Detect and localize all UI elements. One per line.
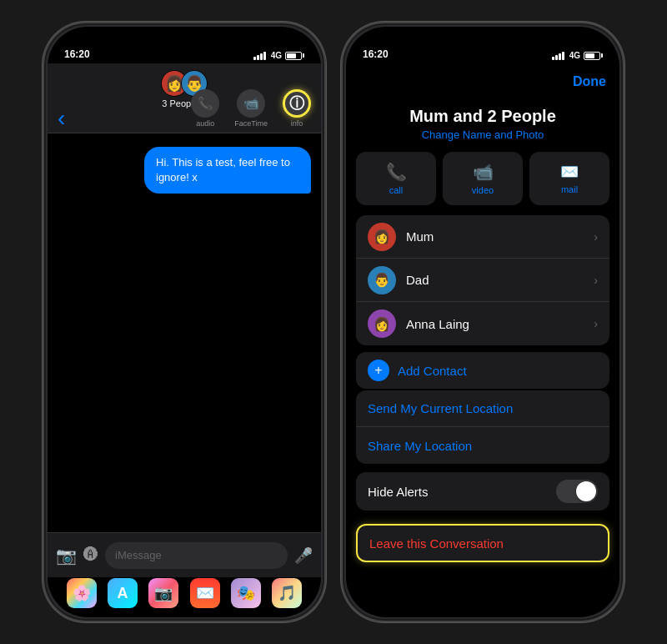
facetime-icon: 📹 — [237, 89, 265, 118]
share-location-button[interactable]: Share My Location — [356, 427, 609, 464]
leave-label: Leave this Conversation — [369, 536, 504, 551]
action-icons: 📞 audio 📹 FaceTime ⓘ info — [191, 89, 311, 128]
status-icons-2: 4G — [552, 51, 603, 60]
apps-icon[interactable]: 🅐 — [83, 546, 98, 564]
mail-label: mail — [561, 184, 578, 194]
back-button[interactable]: ‹ — [58, 105, 65, 132]
contact-name-anna: Anna Laing — [406, 317, 584, 331]
info-nav: Done — [346, 63, 619, 100]
battery-icon-1 — [285, 52, 304, 60]
avatar-anna: 👩 — [368, 309, 396, 338]
share-location-label: Share My Location — [368, 439, 472, 453]
contact-name-dad: Dad — [406, 273, 584, 287]
music-app[interactable]: 🎵 — [272, 578, 302, 608]
send-location-label: Send My Current Location — [368, 401, 513, 415]
message-bubble: Hi. This is a test, feel free to ignore!… — [144, 147, 311, 194]
chat-area: Hi. This is a test, feel free to ignore!… — [48, 133, 321, 526]
contact-anna[interactable]: 👩 Anna Laing › — [356, 302, 609, 345]
call-icon: 📞 — [386, 162, 407, 182]
audio-icon: 📞 — [191, 89, 219, 118]
leave-conversation-button[interactable]: Leave this Conversation — [356, 524, 609, 562]
notch-2 — [429, 27, 537, 50]
avatar-dad: 👨 — [368, 266, 396, 294]
signal-icon-1 — [253, 52, 266, 60]
contact-dad[interactable]: 👨 Dad › — [356, 259, 609, 302]
photos-app[interactable]: 🌸 — [67, 578, 97, 608]
avatar-mum: 👩 — [368, 223, 396, 251]
signal-icon-2 — [552, 52, 564, 60]
phone-1: 16:20 4G ‹ — [43, 22, 326, 622]
camera-icon[interactable]: 📷 — [56, 546, 77, 566]
input-bar: 📷 🅐 iMessage 🎤 — [48, 532, 321, 577]
time-1: 16:20 — [64, 48, 90, 60]
status-icons-1: 4G — [253, 51, 304, 60]
animoji-app[interactable]: 🎭 — [231, 578, 261, 608]
facetime-button[interactable]: 📹 FaceTime — [234, 89, 268, 128]
location-section: Send My Current Location Share My Locati… — [356, 390, 609, 464]
phone-2: 16:20 4G Done — [341, 22, 624, 622]
send-location-button[interactable]: Send My Current Location — [356, 390, 609, 427]
done-button[interactable]: Done — [573, 74, 606, 89]
chevron-right-icon-2: › — [594, 274, 598, 287]
appstore-app[interactable]: A — [108, 578, 138, 608]
info-icon: ⓘ — [283, 89, 311, 118]
add-contact-label: Add Contact — [398, 364, 467, 378]
video-button[interactable]: 📹 video — [443, 152, 523, 205]
call-label: call — [389, 185, 404, 195]
leave-section: Leave this Conversation — [356, 524, 609, 562]
hide-alerts-row: Hide Alerts — [356, 472, 609, 511]
audio-button[interactable]: 📞 audio — [191, 89, 219, 128]
app-dock: 🌸 A 📷 ✉️ 🎭 🎵 — [48, 574, 321, 612]
mail-button[interactable]: ✉️ mail — [529, 152, 609, 205]
add-contact-row[interactable]: + Add Contact — [356, 352, 609, 389]
message-input[interactable]: iMessage — [105, 542, 288, 569]
toggle-knob — [576, 481, 596, 501]
conversation-header: Mum and 2 People Change Name and Photo — [346, 100, 619, 148]
action-buttons-row: 📞 call 📹 video ✉️ mail — [356, 152, 609, 205]
hide-alerts-label: Hide Alerts — [368, 485, 429, 499]
call-button[interactable]: 📞 call — [356, 152, 436, 205]
messages-nav: ‹ 👩 👨 3 People ⌄ 📞 audio — [48, 63, 321, 133]
video-label: video — [472, 185, 494, 195]
change-name-photo[interactable]: Change Name and Photo — [346, 128, 619, 141]
battery-icon-2 — [584, 52, 603, 60]
instagram-app[interactable]: 📷 — [148, 578, 178, 608]
video-icon: 📹 — [473, 162, 494, 182]
contact-mum[interactable]: 👩 Mum › — [356, 215, 609, 259]
chevron-right-icon-3: › — [594, 317, 598, 330]
hide-alerts-toggle[interactable] — [556, 480, 598, 503]
time-2: 16:20 — [363, 48, 389, 60]
alerts-section: Hide Alerts — [356, 472, 609, 511]
mail-icon: ✉️ — [560, 163, 579, 181]
messages-app[interactable]: ✉️ — [190, 578, 220, 608]
network-2: 4G — [569, 51, 580, 60]
contact-name-mum: Mum — [406, 229, 584, 244]
conversation-title: Mum and 2 People — [346, 107, 619, 126]
notch — [130, 27, 238, 50]
network-1: 4G — [271, 51, 282, 60]
voice-icon[interactable]: 🎤 — [294, 546, 313, 565]
contacts-section: 👩 Mum › 👨 Dad › 👩 Anna Laing › + Add Con… — [356, 215, 609, 389]
info-button[interactable]: ⓘ info — [283, 89, 311, 128]
add-icon: + — [368, 360, 389, 381]
chevron-right-icon: › — [594, 230, 598, 244]
